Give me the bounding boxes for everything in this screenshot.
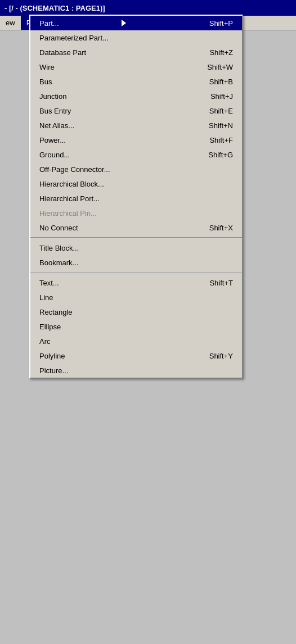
menu-item-parameterized-part[interactable]: Parameterized Part... bbox=[30, 30, 242, 45]
menu-item-part-shortcut: Shift+P bbox=[209, 19, 233, 28]
title-text: - [/ - (SCHEMATIC1 : PAGE1)] bbox=[5, 4, 105, 12]
menu-item-polyline[interactable]: Polyline Shift+Y bbox=[30, 348, 242, 363]
menu-item-off-page-connector[interactable]: Off-Page Connector... bbox=[30, 162, 242, 176]
menu-item-hierarchical-port[interactable]: Hierarchical Port... bbox=[30, 191, 242, 206]
menu-item-ellipse-label: Ellipse bbox=[39, 323, 61, 331]
menu-item-wire-label: Wire bbox=[39, 63, 55, 71]
menu-item-text-shortcut: Shift+T bbox=[209, 279, 233, 287]
menu-item-power-label: Power... bbox=[39, 136, 66, 144]
menu-item-hierarchical-block-label: Hierarchical Block... bbox=[39, 180, 104, 188]
menu-item-picture-label: Picture... bbox=[39, 366, 68, 375]
menu-item-bus[interactable]: Bus Shift+B bbox=[30, 74, 242, 89]
menu-item-ground-label: Ground... bbox=[39, 151, 70, 159]
menu-item-line[interactable]: Line bbox=[30, 290, 242, 305]
cursor-icon bbox=[122, 20, 126, 26]
place-dropdown-menu: Part... Shift+P Parameterized Part... Da… bbox=[29, 15, 243, 379]
menu-item-database-part-shortcut: Shift+Z bbox=[209, 48, 233, 57]
menu-item-net-alias-shortcut: Shift+N bbox=[209, 121, 233, 130]
menu-item-junction-shortcut: Shift+J bbox=[210, 92, 233, 101]
menu-item-database-part-label: Database Part bbox=[39, 48, 86, 57]
menu-item-database-part[interactable]: Database Part Shift+Z bbox=[30, 45, 242, 60]
menu-item-polyline-shortcut: Shift+Y bbox=[209, 352, 233, 360]
menu-item-bookmark-label: Bookmark... bbox=[39, 258, 78, 267]
menu-item-picture[interactable]: Picture... bbox=[30, 363, 242, 378]
menu-item-bus-entry-shortcut: Shift+E bbox=[209, 107, 233, 115]
menu-item-ground-shortcut: Shift+G bbox=[208, 151, 233, 159]
menu-item-hierarchical-pin: Hierarchical Pin... bbox=[30, 206, 242, 220]
menu-item-off-page-connector-label: Off-Page Connector... bbox=[39, 165, 110, 174]
menu-item-no-connect-label: No Connect bbox=[39, 224, 78, 232]
separator-1 bbox=[30, 237, 242, 238]
menu-item-text-label: Text... bbox=[39, 279, 59, 287]
menu-item-text[interactable]: Text... Shift+T bbox=[30, 275, 242, 290]
menu-item-power-shortcut: Shift+F bbox=[209, 136, 233, 144]
menu-item-wire-shortcut: Shift+W bbox=[207, 63, 233, 71]
menu-item-part[interactable]: Part... Shift+P bbox=[30, 16, 242, 30]
title-bar: - [/ - (SCHEMATIC1 : PAGE1)] bbox=[0, 0, 296, 16]
menu-item-line-label: Line bbox=[39, 293, 53, 302]
menu-item-arc-label: Arc bbox=[39, 337, 51, 346]
menu-item-polyline-label: Polyline bbox=[39, 352, 65, 360]
menu-item-part-label: Part... bbox=[39, 19, 59, 28]
menu-item-bus-label: Bus bbox=[39, 78, 52, 86]
menu-item-bus-shortcut: Shift+B bbox=[209, 78, 233, 86]
menu-item-no-connect[interactable]: No Connect Shift+X bbox=[30, 220, 242, 235]
menu-item-power[interactable]: Power... Shift+F bbox=[30, 133, 242, 147]
menu-item-rectangle-label: Rectangle bbox=[39, 308, 73, 316]
menu-item-wire[interactable]: Wire Shift+W bbox=[30, 60, 242, 74]
menu-item-junction-label: Junction bbox=[39, 92, 66, 101]
menu-item-parameterized-part-label: Parameterized Part... bbox=[39, 34, 109, 42]
menu-item-hierarchical-block[interactable]: Hierarchical Block... bbox=[30, 176, 242, 191]
menu-item-hierarchical-port-label: Hierarchical Port... bbox=[39, 194, 100, 203]
menu-item-no-connect-shortcut: Shift+X bbox=[209, 224, 233, 232]
menu-item-ground[interactable]: Ground... Shift+G bbox=[30, 147, 242, 162]
separator-2 bbox=[30, 272, 242, 273]
menu-item-arc[interactable]: Arc bbox=[30, 334, 242, 348]
menu-item-title-block-label: Title Block... bbox=[39, 244, 79, 252]
menu-item-ellipse[interactable]: Ellipse bbox=[30, 319, 242, 334]
menu-item-bus-entry[interactable]: Bus Entry Shift+E bbox=[30, 103, 242, 118]
menu-item-rectangle[interactable]: Rectangle bbox=[30, 305, 242, 319]
menu-item-net-alias[interactable]: Net Alias... Shift+N bbox=[30, 118, 242, 133]
menu-item-hierarchical-pin-label: Hierarchical Pin... bbox=[39, 209, 97, 217]
menu-item-title-block[interactable]: Title Block... bbox=[30, 241, 242, 255]
menu-item-junction[interactable]: Junction Shift+J bbox=[30, 89, 242, 103]
menu-item-bookmark[interactable]: Bookmark... bbox=[30, 255, 242, 270]
menu-item-view[interactable]: ew bbox=[0, 16, 21, 30]
menu-item-bus-entry-label: Bus Entry bbox=[39, 107, 71, 115]
menu-item-net-alias-label: Net Alias... bbox=[39, 121, 74, 130]
